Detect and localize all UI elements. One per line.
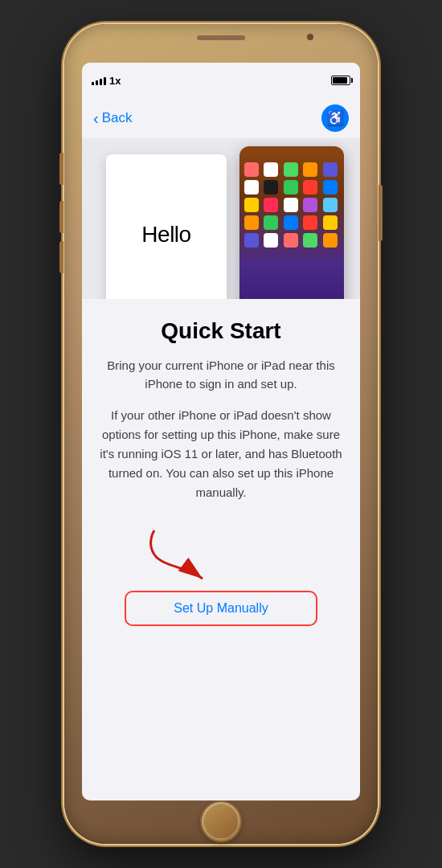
- app-icon: [303, 233, 317, 248]
- arrow-icon: [138, 526, 235, 587]
- app-icon: [323, 233, 338, 248]
- home-button-inner: [203, 804, 239, 839]
- signal-bar-4: [104, 77, 106, 85]
- app-icon: [244, 198, 259, 212]
- main-content: Quick Start Bring your current iPhone or…: [82, 299, 360, 800]
- battery-indicator: [331, 76, 350, 85]
- app-icon: [323, 162, 338, 177]
- app-icon: [264, 215, 278, 230]
- subtitle-text: Bring your current iPhone or iPad near t…: [98, 357, 344, 393]
- app-icon: [303, 215, 317, 230]
- app-icon: [323, 215, 338, 230]
- app-icon: [323, 198, 338, 212]
- accessibility-button[interactable]: ♿: [321, 104, 349, 132]
- hello-text: Hello: [141, 222, 190, 248]
- back-button[interactable]: ‹ Back: [93, 110, 132, 126]
- nav-bar: ‹ Back ♿: [82, 98, 360, 138]
- status-left: 1x: [92, 75, 121, 87]
- signal-bar-2: [96, 80, 98, 85]
- app-grid: [239, 146, 344, 252]
- app-icon: [264, 162, 278, 177]
- action-area: Set Up Manually: [82, 518, 360, 650]
- app-icon: [284, 180, 298, 194]
- app-icon: [323, 180, 338, 194]
- setup-button-label: Set Up Manually: [174, 601, 268, 616]
- battery-fill: [333, 77, 347, 84]
- app-icon: [264, 198, 278, 212]
- back-label: Back: [102, 110, 133, 126]
- app-icon: [303, 180, 317, 194]
- app-icon: [244, 215, 259, 230]
- app-icon: [244, 180, 259, 194]
- signal-bar-3: [100, 79, 102, 85]
- app-icon: [284, 215, 298, 230]
- status-right: [331, 76, 350, 85]
- accessibility-icon: ♿: [326, 109, 344, 127]
- phone-bottom: [200, 800, 242, 842]
- setup-manually-button[interactable]: Set Up Manually: [125, 591, 317, 626]
- phone-screen: 1x ‹ Back ♿ Hello: [82, 63, 360, 800]
- speaker-grill: [197, 35, 245, 40]
- app-icon: [264, 233, 278, 248]
- quick-start-title: Quick Start: [161, 318, 280, 344]
- text-section: Quick Start Bring your current iPhone or…: [82, 299, 360, 518]
- app-icon: [284, 162, 298, 177]
- network-type: 1x: [109, 75, 121, 87]
- app-icon: [284, 233, 298, 248]
- signal-bars: [92, 76, 106, 85]
- app-icon: [264, 180, 278, 194]
- app-icon: [244, 162, 259, 177]
- back-chevron-icon: ‹: [93, 110, 99, 126]
- camera: [307, 34, 313, 40]
- hello-screen: Hello: [106, 154, 227, 299]
- description-text: If your other iPhone or iPad doesn't sho…: [98, 406, 344, 502]
- app-icon: [303, 162, 317, 177]
- signal-bar-1: [92, 82, 94, 85]
- new-phone-screen: [239, 146, 344, 299]
- quick-start-illustration: Hello: [82, 138, 360, 299]
- app-icon: [303, 198, 317, 212]
- app-icon: [244, 233, 259, 248]
- home-button[interactable]: [200, 800, 242, 842]
- phone-device: 1x ‹ Back ♿ Hello: [64, 24, 378, 844]
- app-icon: [284, 198, 298, 212]
- status-bar: 1x: [82, 63, 360, 98]
- arrow-container: [98, 526, 344, 591]
